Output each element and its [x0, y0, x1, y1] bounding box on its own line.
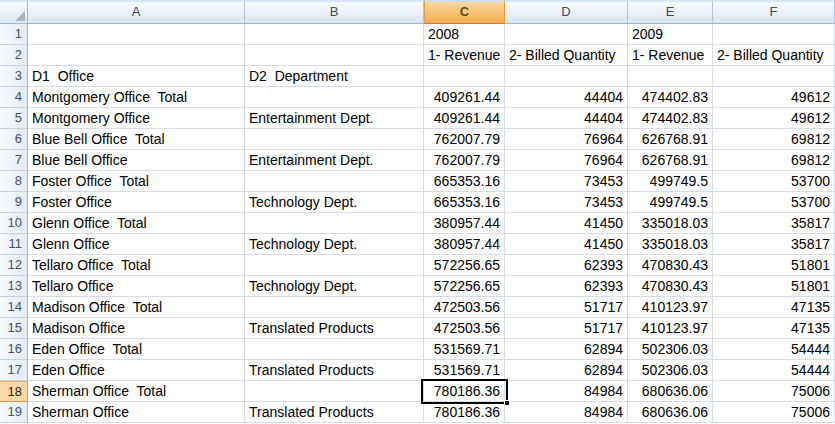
- cell-F12[interactable]: 51801: [713, 255, 835, 276]
- cell-D9[interactable]: 73453: [505, 192, 628, 213]
- cell-F18[interactable]: 75006: [713, 381, 835, 402]
- cell-D18[interactable]: 84984: [505, 381, 628, 402]
- cell-E17[interactable]: 502306.03: [628, 360, 713, 381]
- cell-C8[interactable]: 665353.16: [424, 171, 505, 192]
- cell-E1[interactable]: 2009: [628, 24, 713, 45]
- row-header-6[interactable]: 6: [0, 129, 28, 150]
- cell-C14[interactable]: 472503.56: [424, 297, 505, 318]
- row-header-12[interactable]: 12: [0, 255, 28, 276]
- cell-C5[interactable]: 409261.44: [424, 108, 505, 129]
- cell-D13[interactable]: 62393: [505, 276, 628, 297]
- cell-B18[interactable]: [245, 381, 424, 402]
- cell-F10[interactable]: 35817: [713, 213, 835, 234]
- cell-F14[interactable]: 47135: [713, 297, 835, 318]
- cell-B16[interactable]: [245, 339, 424, 360]
- cell-D14[interactable]: 51717: [505, 297, 628, 318]
- cell-C9[interactable]: 665353.16: [424, 192, 505, 213]
- cell-C19[interactable]: 780186.36: [424, 402, 505, 423]
- cell-A7[interactable]: Blue Bell Office: [28, 150, 245, 171]
- cell-B19[interactable]: Translated Products: [245, 402, 424, 423]
- row-header-11[interactable]: 11: [0, 234, 28, 255]
- cell-F17[interactable]: 54444: [713, 360, 835, 381]
- cell-E6[interactable]: 626768.91: [628, 129, 713, 150]
- column-header-C[interactable]: C: [424, 0, 505, 24]
- cell-F15[interactable]: 47135: [713, 318, 835, 339]
- row-header-10[interactable]: 10: [0, 213, 28, 234]
- cell-B1[interactable]: [245, 24, 424, 45]
- cell-B8[interactable]: [245, 171, 424, 192]
- row-header-18[interactable]: 18: [0, 381, 28, 402]
- cell-D10[interactable]: 41450: [505, 213, 628, 234]
- cell-A14[interactable]: Madison Office Total: [28, 297, 245, 318]
- cell-C15[interactable]: 472503.56: [424, 318, 505, 339]
- cell-B10[interactable]: [245, 213, 424, 234]
- cell-C11[interactable]: 380957.44: [424, 234, 505, 255]
- cell-B9[interactable]: Technology Dept.: [245, 192, 424, 213]
- cell-A17[interactable]: Eden Office: [28, 360, 245, 381]
- row-header-1[interactable]: 1: [0, 24, 28, 45]
- cell-F1[interactable]: [713, 24, 835, 45]
- cell-E4[interactable]: 474402.83: [628, 87, 713, 108]
- cell-F9[interactable]: 53700: [713, 192, 835, 213]
- cell-D12[interactable]: 62393: [505, 255, 628, 276]
- cell-C4[interactable]: 409261.44: [424, 87, 505, 108]
- cell-C16[interactable]: 531569.71: [424, 339, 505, 360]
- cell-A1[interactable]: [28, 24, 245, 45]
- cell-D11[interactable]: 41450: [505, 234, 628, 255]
- column-header-A[interactable]: A: [28, 0, 245, 24]
- row-header-3[interactable]: 3: [0, 66, 28, 87]
- cell-A15[interactable]: Madison Office: [28, 318, 245, 339]
- cell-E16[interactable]: 502306.03: [628, 339, 713, 360]
- cell-F13[interactable]: 51801: [713, 276, 835, 297]
- cell-E7[interactable]: 626768.91: [628, 150, 713, 171]
- cell-E3[interactable]: [628, 66, 713, 87]
- cell-C17[interactable]: 531569.71: [424, 360, 505, 381]
- cell-E2[interactable]: 1- Revenue: [628, 45, 713, 66]
- row-header-2[interactable]: 2: [0, 45, 28, 66]
- cell-F7[interactable]: 69812: [713, 150, 835, 171]
- cell-C3[interactable]: [424, 66, 505, 87]
- cell-D6[interactable]: 76964: [505, 129, 628, 150]
- row-header-14[interactable]: 14: [0, 297, 28, 318]
- row-header-15[interactable]: 15: [0, 318, 28, 339]
- cell-B14[interactable]: [245, 297, 424, 318]
- cell-A13[interactable]: Tellaro Office: [28, 276, 245, 297]
- row-header-17[interactable]: 17: [0, 360, 28, 381]
- cell-B13[interactable]: Technology Dept.: [245, 276, 424, 297]
- cell-B5[interactable]: Entertainment Dept.: [245, 108, 424, 129]
- row-header-16[interactable]: 16: [0, 339, 28, 360]
- cell-E14[interactable]: 410123.97: [628, 297, 713, 318]
- cell-C18[interactable]: 780186.36: [424, 381, 505, 402]
- cell-E13[interactable]: 470830.43: [628, 276, 713, 297]
- cell-D2[interactable]: 2- Billed Quantity: [505, 45, 628, 66]
- cell-A2[interactable]: [28, 45, 245, 66]
- cell-A9[interactable]: Foster Office: [28, 192, 245, 213]
- cell-C6[interactable]: 762007.79: [424, 129, 505, 150]
- cell-A6[interactable]: Blue Bell Office Total: [28, 129, 245, 150]
- cell-A12[interactable]: Tellaro Office Total: [28, 255, 245, 276]
- cell-D17[interactable]: 62894: [505, 360, 628, 381]
- cell-D16[interactable]: 62894: [505, 339, 628, 360]
- row-header-8[interactable]: 8: [0, 171, 28, 192]
- cell-C12[interactable]: 572256.65: [424, 255, 505, 276]
- cell-C13[interactable]: 572256.65: [424, 276, 505, 297]
- column-header-F[interactable]: F: [713, 0, 835, 24]
- cell-A3[interactable]: D1 Office: [28, 66, 245, 87]
- cell-D4[interactable]: 44404: [505, 87, 628, 108]
- cell-F3[interactable]: [713, 66, 835, 87]
- cell-B17[interactable]: Translated Products: [245, 360, 424, 381]
- cell-E19[interactable]: 680636.06: [628, 402, 713, 423]
- cell-E18[interactable]: 680636.06: [628, 381, 713, 402]
- column-header-D[interactable]: D: [505, 0, 628, 24]
- select-all-corner[interactable]: [0, 0, 28, 24]
- cell-D3[interactable]: [505, 66, 628, 87]
- row-header-13[interactable]: 13: [0, 276, 28, 297]
- cell-E15[interactable]: 410123.97: [628, 318, 713, 339]
- cell-B2[interactable]: [245, 45, 424, 66]
- cell-A5[interactable]: Montgomery Office: [28, 108, 245, 129]
- cell-E9[interactable]: 499749.5: [628, 192, 713, 213]
- cell-B6[interactable]: [245, 129, 424, 150]
- cell-D15[interactable]: 51717: [505, 318, 628, 339]
- cell-B12[interactable]: [245, 255, 424, 276]
- fill-handle[interactable]: [504, 400, 509, 405]
